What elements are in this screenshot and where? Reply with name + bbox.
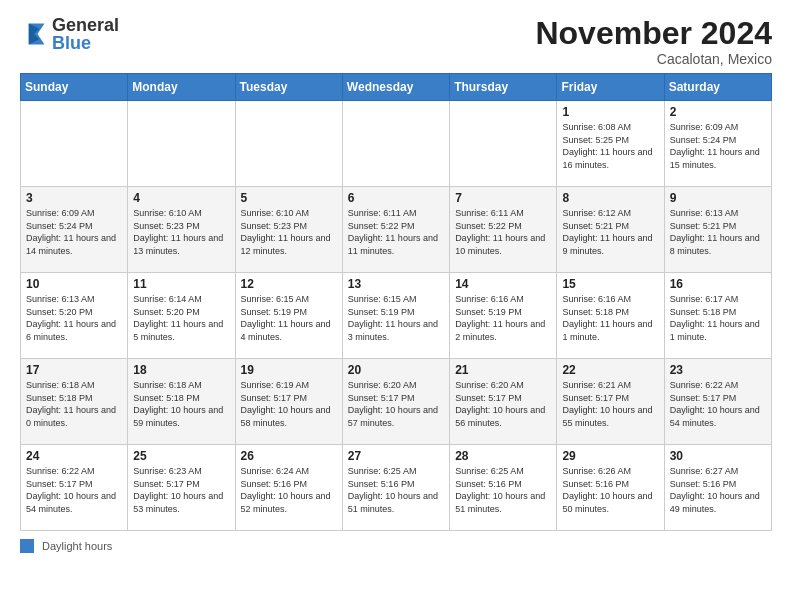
calendar-cell: 15Sunrise: 6:16 AMSunset: 5:18 PMDayligh… — [557, 273, 664, 359]
calendar-cell: 24Sunrise: 6:22 AMSunset: 5:17 PMDayligh… — [21, 445, 128, 531]
calendar-cell: 19Sunrise: 6:19 AMSunset: 5:17 PMDayligh… — [235, 359, 342, 445]
day-number: 13 — [348, 277, 444, 291]
weekday-header: Thursday — [450, 74, 557, 101]
calendar-cell: 30Sunrise: 6:27 AMSunset: 5:16 PMDayligh… — [664, 445, 771, 531]
logo-icon — [20, 20, 48, 48]
day-number: 24 — [26, 449, 122, 463]
day-number: 18 — [133, 363, 229, 377]
calendar-cell: 10Sunrise: 6:13 AMSunset: 5:20 PMDayligh… — [21, 273, 128, 359]
day-number: 16 — [670, 277, 766, 291]
footer-label: Daylight hours — [42, 540, 112, 552]
calendar-cell: 6Sunrise: 6:11 AMSunset: 5:22 PMDaylight… — [342, 187, 449, 273]
logo-blue-text: Blue — [52, 34, 119, 52]
day-number: 21 — [455, 363, 551, 377]
calendar-cell: 2Sunrise: 6:09 AMSunset: 5:24 PMDaylight… — [664, 101, 771, 187]
day-info: Sunrise: 6:15 AMSunset: 5:19 PMDaylight:… — [348, 293, 444, 343]
day-info: Sunrise: 6:11 AMSunset: 5:22 PMDaylight:… — [348, 207, 444, 257]
calendar-week-row: 3Sunrise: 6:09 AMSunset: 5:24 PMDaylight… — [21, 187, 772, 273]
calendar-week-row: 1Sunrise: 6:08 AMSunset: 5:25 PMDaylight… — [21, 101, 772, 187]
day-info: Sunrise: 6:09 AMSunset: 5:24 PMDaylight:… — [26, 207, 122, 257]
day-number: 26 — [241, 449, 337, 463]
calendar-cell: 12Sunrise: 6:15 AMSunset: 5:19 PMDayligh… — [235, 273, 342, 359]
day-info: Sunrise: 6:21 AMSunset: 5:17 PMDaylight:… — [562, 379, 658, 429]
day-number: 7 — [455, 191, 551, 205]
calendar-cell — [235, 101, 342, 187]
day-number: 22 — [562, 363, 658, 377]
header: General Blue November 2024 Cacalotan, Me… — [20, 16, 772, 67]
calendar-cell: 21Sunrise: 6:20 AMSunset: 5:17 PMDayligh… — [450, 359, 557, 445]
day-number: 1 — [562, 105, 658, 119]
day-number: 28 — [455, 449, 551, 463]
weekday-header: Wednesday — [342, 74, 449, 101]
day-info: Sunrise: 6:26 AMSunset: 5:16 PMDaylight:… — [562, 465, 658, 515]
day-info: Sunrise: 6:13 AMSunset: 5:21 PMDaylight:… — [670, 207, 766, 257]
calendar-cell: 13Sunrise: 6:15 AMSunset: 5:19 PMDayligh… — [342, 273, 449, 359]
calendar-cell — [21, 101, 128, 187]
calendar-cell: 20Sunrise: 6:20 AMSunset: 5:17 PMDayligh… — [342, 359, 449, 445]
calendar-week-row: 24Sunrise: 6:22 AMSunset: 5:17 PMDayligh… — [21, 445, 772, 531]
day-number: 15 — [562, 277, 658, 291]
day-number: 3 — [26, 191, 122, 205]
calendar-cell: 9Sunrise: 6:13 AMSunset: 5:21 PMDaylight… — [664, 187, 771, 273]
page: General Blue November 2024 Cacalotan, Me… — [0, 0, 792, 612]
calendar-cell: 26Sunrise: 6:24 AMSunset: 5:16 PMDayligh… — [235, 445, 342, 531]
weekday-header: Monday — [128, 74, 235, 101]
day-info: Sunrise: 6:18 AMSunset: 5:18 PMDaylight:… — [133, 379, 229, 429]
calendar-cell: 17Sunrise: 6:18 AMSunset: 5:18 PMDayligh… — [21, 359, 128, 445]
calendar-cell: 28Sunrise: 6:25 AMSunset: 5:16 PMDayligh… — [450, 445, 557, 531]
day-number: 6 — [348, 191, 444, 205]
calendar-cell: 1Sunrise: 6:08 AMSunset: 5:25 PMDaylight… — [557, 101, 664, 187]
calendar-cell — [450, 101, 557, 187]
weekday-header: Sunday — [21, 74, 128, 101]
day-info: Sunrise: 6:13 AMSunset: 5:20 PMDaylight:… — [26, 293, 122, 343]
day-number: 14 — [455, 277, 551, 291]
calendar-table: SundayMondayTuesdayWednesdayThursdayFrid… — [20, 73, 772, 531]
day-info: Sunrise: 6:18 AMSunset: 5:18 PMDaylight:… — [26, 379, 122, 429]
day-number: 2 — [670, 105, 766, 119]
day-info: Sunrise: 6:20 AMSunset: 5:17 PMDaylight:… — [348, 379, 444, 429]
day-number: 30 — [670, 449, 766, 463]
day-number: 20 — [348, 363, 444, 377]
title-block: November 2024 Cacalotan, Mexico — [535, 16, 772, 67]
day-info: Sunrise: 6:27 AMSunset: 5:16 PMDaylight:… — [670, 465, 766, 515]
calendar-cell: 29Sunrise: 6:26 AMSunset: 5:16 PMDayligh… — [557, 445, 664, 531]
day-info: Sunrise: 6:22 AMSunset: 5:17 PMDaylight:… — [26, 465, 122, 515]
day-number: 25 — [133, 449, 229, 463]
day-info: Sunrise: 6:08 AMSunset: 5:25 PMDaylight:… — [562, 121, 658, 171]
day-number: 10 — [26, 277, 122, 291]
day-number: 9 — [670, 191, 766, 205]
logo: General Blue — [20, 16, 119, 52]
location: Cacalotan, Mexico — [535, 51, 772, 67]
calendar-cell: 27Sunrise: 6:25 AMSunset: 5:16 PMDayligh… — [342, 445, 449, 531]
calendar-cell: 25Sunrise: 6:23 AMSunset: 5:17 PMDayligh… — [128, 445, 235, 531]
calendar-cell: 23Sunrise: 6:22 AMSunset: 5:17 PMDayligh… — [664, 359, 771, 445]
day-info: Sunrise: 6:25 AMSunset: 5:16 PMDaylight:… — [348, 465, 444, 515]
daylight-color-box — [20, 539, 34, 553]
calendar-cell: 7Sunrise: 6:11 AMSunset: 5:22 PMDaylight… — [450, 187, 557, 273]
day-number: 27 — [348, 449, 444, 463]
calendar-header: SundayMondayTuesdayWednesdayThursdayFrid… — [21, 74, 772, 101]
day-info: Sunrise: 6:16 AMSunset: 5:18 PMDaylight:… — [562, 293, 658, 343]
calendar-cell: 4Sunrise: 6:10 AMSunset: 5:23 PMDaylight… — [128, 187, 235, 273]
day-number: 11 — [133, 277, 229, 291]
day-info: Sunrise: 6:23 AMSunset: 5:17 PMDaylight:… — [133, 465, 229, 515]
calendar-body: 1Sunrise: 6:08 AMSunset: 5:25 PMDaylight… — [21, 101, 772, 531]
calendar-week-row: 10Sunrise: 6:13 AMSunset: 5:20 PMDayligh… — [21, 273, 772, 359]
weekday-header: Saturday — [664, 74, 771, 101]
day-number: 8 — [562, 191, 658, 205]
day-info: Sunrise: 6:10 AMSunset: 5:23 PMDaylight:… — [241, 207, 337, 257]
day-info: Sunrise: 6:17 AMSunset: 5:18 PMDaylight:… — [670, 293, 766, 343]
logo-general-text: General — [52, 16, 119, 34]
day-number: 17 — [26, 363, 122, 377]
day-info: Sunrise: 6:15 AMSunset: 5:19 PMDaylight:… — [241, 293, 337, 343]
calendar-cell: 3Sunrise: 6:09 AMSunset: 5:24 PMDaylight… — [21, 187, 128, 273]
day-number: 5 — [241, 191, 337, 205]
day-info: Sunrise: 6:09 AMSunset: 5:24 PMDaylight:… — [670, 121, 766, 171]
day-info: Sunrise: 6:22 AMSunset: 5:17 PMDaylight:… — [670, 379, 766, 429]
calendar-cell: 14Sunrise: 6:16 AMSunset: 5:19 PMDayligh… — [450, 273, 557, 359]
weekday-header: Friday — [557, 74, 664, 101]
calendar-cell: 8Sunrise: 6:12 AMSunset: 5:21 PMDaylight… — [557, 187, 664, 273]
day-info: Sunrise: 6:12 AMSunset: 5:21 PMDaylight:… — [562, 207, 658, 257]
weekday-row: SundayMondayTuesdayWednesdayThursdayFrid… — [21, 74, 772, 101]
day-number: 12 — [241, 277, 337, 291]
